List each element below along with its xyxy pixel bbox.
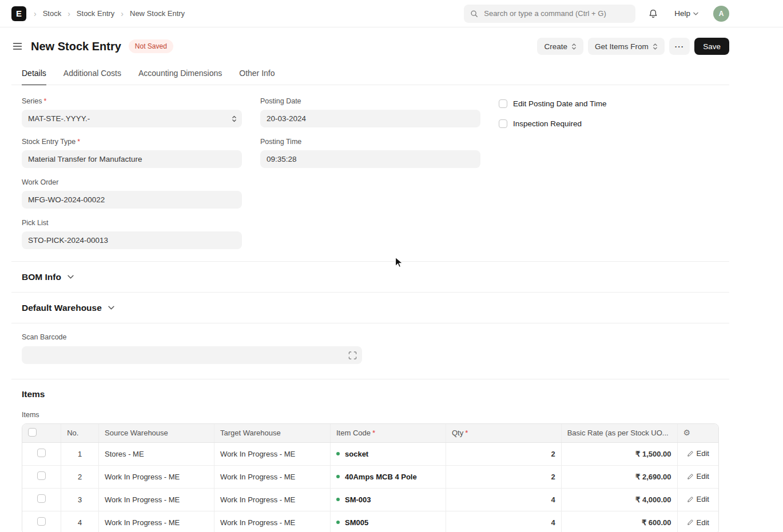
row-checkbox[interactable] xyxy=(37,494,46,503)
cell-basic-rate[interactable]: ₹ 2,690.00 xyxy=(561,465,677,488)
bom-info-title: BOM Info xyxy=(22,271,61,282)
search-input[interactable] xyxy=(483,9,629,18)
column-target-warehouse: Target Warehouse xyxy=(214,424,331,442)
scan-barcode-label: Scan Barcode xyxy=(22,333,719,342)
help-label: Help xyxy=(674,9,690,18)
stock-entry-type-input[interactable] xyxy=(22,150,242,168)
items-grid: No. Source Warehouse Target Warehouse It… xyxy=(22,423,719,532)
row-edit-button[interactable]: Edit xyxy=(683,471,713,481)
posting-time-field: Posting Time xyxy=(260,137,480,168)
breadcrumb-separator-icon: › xyxy=(67,9,70,18)
pick-list-field: Pick List xyxy=(22,218,242,249)
inspection-required-checkbox[interactable] xyxy=(499,119,507,128)
more-options-button[interactable]: ··· xyxy=(669,38,690,55)
cell-item-code[interactable]: SM005 xyxy=(331,511,446,532)
item-status-dot xyxy=(336,521,340,524)
column-basic-rate: Basic Rate (as per Stock UO... xyxy=(561,424,677,442)
series-field: Series* xyxy=(22,97,242,127)
cell-qty[interactable]: 4 xyxy=(446,488,562,511)
edit-posting-date-checkbox-label[interactable]: Edit Posting Date and Time xyxy=(513,99,607,108)
app-logo[interactable]: E xyxy=(11,6,26,21)
cell-row-no: 2 xyxy=(61,465,99,488)
tab-details[interactable]: Details xyxy=(22,63,46,85)
scan-barcode-section: Scan Barcode xyxy=(11,323,729,379)
grid-settings-button[interactable]: ⚙ xyxy=(683,429,691,437)
breadcrumb-stock-entry[interactable]: Stock Entry xyxy=(77,9,114,18)
stock-entry-type-field: Stock Entry Type* xyxy=(22,137,242,168)
row-checkbox[interactable] xyxy=(37,471,46,480)
form-tabs: Details Additional Costs Accounting Dime… xyxy=(11,63,729,85)
row-checkbox[interactable] xyxy=(37,517,46,526)
breadcrumb-new-stock-entry[interactable]: New Stock Entry xyxy=(130,9,185,18)
get-items-from-button[interactable]: Get Items From xyxy=(588,38,665,55)
cell-source-warehouse[interactable]: Work In Progress - ME xyxy=(99,488,214,511)
chevron-down-icon xyxy=(67,275,74,279)
cell-qty[interactable]: 2 xyxy=(446,442,562,465)
work-order-input[interactable] xyxy=(22,191,242,209)
cell-basic-rate[interactable]: ₹ 4,000.00 xyxy=(561,488,677,511)
tab-other-info[interactable]: Other Info xyxy=(239,63,275,85)
work-order-field: Work Order xyxy=(22,178,242,209)
posting-date-field: Posting Date xyxy=(260,97,480,127)
select-all-checkbox[interactable] xyxy=(28,428,37,437)
navbar: E › Stock › Stock Entry › New Stock Entr… xyxy=(0,0,783,27)
row-edit-button[interactable]: Edit xyxy=(683,449,713,458)
sidebar-toggle-button[interactable] xyxy=(11,41,23,51)
help-menu[interactable]: Help xyxy=(671,9,702,18)
notifications-button[interactable] xyxy=(647,7,659,20)
posting-date-label: Posting Date xyxy=(260,97,480,106)
items-field-label: Items xyxy=(22,411,719,419)
posting-date-input[interactable] xyxy=(260,110,480,127)
pencil-icon xyxy=(687,450,694,457)
row-edit-button[interactable]: Edit xyxy=(683,518,713,527)
section-default-warehouse[interactable]: Default Warehouse xyxy=(11,292,729,323)
chevron-down-icon xyxy=(693,12,698,15)
cell-target-warehouse[interactable]: Work In Progress - ME xyxy=(214,465,331,488)
column-item-code: Item Code* xyxy=(331,424,446,442)
pick-list-label: Pick List xyxy=(22,218,242,227)
posting-time-input[interactable] xyxy=(260,150,480,168)
breadcrumb-separator-icon: › xyxy=(34,9,37,18)
cell-item-code[interactable]: socket xyxy=(331,442,446,465)
table-row: 2 Work In Progress - ME Work In Progress… xyxy=(22,465,718,488)
default-warehouse-title: Default Warehouse xyxy=(22,302,102,313)
cell-item-code[interactable]: SM-003 xyxy=(331,488,446,511)
cell-target-warehouse[interactable]: Work In Progress - ME xyxy=(214,442,331,465)
tab-accounting-dimensions[interactable]: Accounting Dimensions xyxy=(138,63,222,85)
breadcrumb-separator-icon: › xyxy=(121,9,124,18)
table-header-row: No. Source Warehouse Target Warehouse It… xyxy=(22,424,718,442)
section-bom-info[interactable]: BOM Info xyxy=(11,261,729,292)
cell-qty[interactable]: 2 xyxy=(446,465,562,488)
tab-additional-costs[interactable]: Additional Costs xyxy=(63,63,121,85)
avatar-initial: A xyxy=(719,10,724,18)
cell-basic-rate[interactable]: ₹ 600.00 xyxy=(561,511,677,532)
cell-row-no: 4 xyxy=(61,511,99,532)
inspection-required-checkbox-label[interactable]: Inspection Required xyxy=(513,119,582,128)
cell-target-warehouse[interactable]: Work In Progress - ME xyxy=(214,488,331,511)
cell-qty[interactable]: 4 xyxy=(446,511,562,532)
save-button[interactable]: Save xyxy=(694,38,729,55)
breadcrumb-stock[interactable]: Stock xyxy=(43,9,62,18)
create-button[interactable]: Create xyxy=(537,38,583,55)
edit-posting-date-checkbox[interactable] xyxy=(499,99,507,108)
series-select[interactable] xyxy=(22,110,242,127)
cell-target-warehouse[interactable]: Work In Progress - ME xyxy=(214,511,331,532)
chevron-down-icon xyxy=(108,306,114,310)
create-button-label: Create xyxy=(544,42,567,51)
cell-source-warehouse[interactable]: Work In Progress - ME xyxy=(99,511,214,532)
scan-barcode-input[interactable] xyxy=(22,346,362,364)
row-checkbox[interactable] xyxy=(37,449,46,457)
edit-posting-date-checkbox-row: Edit Posting Date and Time xyxy=(499,99,719,108)
row-edit-button[interactable]: Edit xyxy=(683,494,713,504)
global-search[interactable] xyxy=(464,5,635,23)
cell-source-warehouse[interactable]: Work In Progress - ME xyxy=(99,465,214,488)
pencil-icon xyxy=(687,473,694,480)
item-status-dot xyxy=(336,475,340,478)
pick-list-input[interactable] xyxy=(22,231,242,249)
cell-basic-rate[interactable]: ₹ 1,500.00 xyxy=(561,442,677,465)
user-avatar[interactable]: A xyxy=(713,6,729,22)
cell-source-warehouse[interactable]: Stores - ME xyxy=(99,442,214,465)
get-items-from-label: Get Items From xyxy=(595,42,649,51)
cell-item-code[interactable]: 40Amps MCB 4 Pole xyxy=(331,465,446,488)
required-mark: * xyxy=(372,429,375,437)
